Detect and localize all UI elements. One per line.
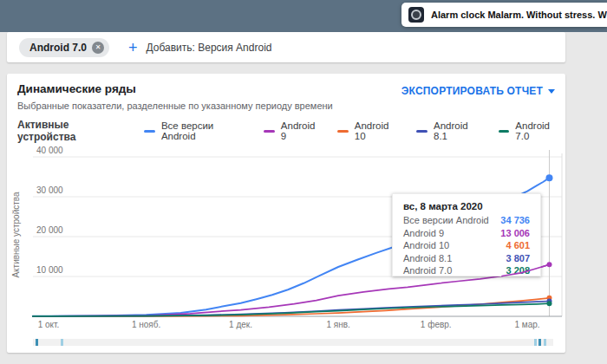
tooltip-series-value: 4 601 xyxy=(506,239,530,252)
alarm-clock-app-icon xyxy=(408,7,424,23)
notification-text: Alarm clock Malarm. Without stress. With… xyxy=(431,10,607,20)
tooltip-row: Android 913 006 xyxy=(403,227,530,240)
y-tick-label: 30 000 xyxy=(36,185,63,195)
tooltip-series-label: Android 7.0 xyxy=(403,264,452,277)
tooltip-row: Android 8.13 807 xyxy=(403,252,530,265)
tooltip-series-label: Android 9 xyxy=(403,227,444,240)
tooltip-series-label: Android 8.1 xyxy=(403,252,452,265)
tooltip-row: Все версии Android34 736 xyxy=(403,214,530,227)
x-tick-label: 1 мар. xyxy=(515,320,540,329)
tooltip-series-label: Android 10 xyxy=(403,239,449,252)
tooltip-series-value: 34 736 xyxy=(500,214,530,227)
add-plus-icon[interactable]: + xyxy=(128,40,138,55)
add-filter-button[interactable]: Добавить: Версия Android xyxy=(147,42,272,54)
time-range-slider[interactable] xyxy=(33,339,553,346)
chart-tooltip: вс, 8 марта 2020 Все версии Android34 73… xyxy=(392,193,541,276)
x-tick-label: 1 дек. xyxy=(229,320,252,329)
tooltip-series-label: Все версии Android xyxy=(403,214,489,227)
chip-label: Android 7.0 xyxy=(29,42,87,54)
notification-toast[interactable]: Alarm clock Malarm. Without stress. With… xyxy=(401,3,607,27)
slider-handle[interactable] xyxy=(61,339,63,346)
tooltip-date: вс, 8 марта 2020 xyxy=(403,201,530,211)
y-tick-label: 20 000 xyxy=(36,225,63,235)
y-axis-title: Активные устройства xyxy=(11,192,21,278)
slider-handle[interactable] xyxy=(538,339,541,346)
tooltip-row: Android 7.03 208 xyxy=(403,264,530,277)
tooltip-series-value: 3 208 xyxy=(506,264,530,277)
filter-bar: Android 7.0 ✕ + Добавить: Версия Android xyxy=(7,32,565,62)
tooltip-series-value: 3 807 xyxy=(506,252,530,265)
filter-chip-android-7[interactable]: Android 7.0 ✕ xyxy=(19,38,109,57)
x-tick-label: 1 февр. xyxy=(421,320,452,329)
chip-close-icon[interactable]: ✕ xyxy=(92,42,104,54)
top-app-bar: Alarm clock Malarm. Without stress. With… xyxy=(0,0,607,32)
timeseries-card: Динамические ряды ЭКСПОРТИРОВАТЬ ОТЧЕТ В… xyxy=(7,74,565,353)
y-tick-label: 10 000 xyxy=(36,265,63,275)
x-tick-label: 1 нояб. xyxy=(132,320,160,329)
slider-handle[interactable] xyxy=(534,339,537,346)
x-tick-label: 1 окт. xyxy=(38,320,60,329)
x-tick-label: 1 янв. xyxy=(326,320,349,329)
tooltip-rows: Все версии Android34 736Android 913 006A… xyxy=(403,214,530,277)
tooltip-row: Android 104 601 xyxy=(403,239,530,252)
tooltip-series-value: 13 006 xyxy=(500,227,530,240)
slider-handle[interactable] xyxy=(36,339,38,346)
y-tick-label: 40 000 xyxy=(36,146,63,155)
slider-handle[interactable] xyxy=(544,339,546,346)
clock-face-icon xyxy=(411,10,421,20)
